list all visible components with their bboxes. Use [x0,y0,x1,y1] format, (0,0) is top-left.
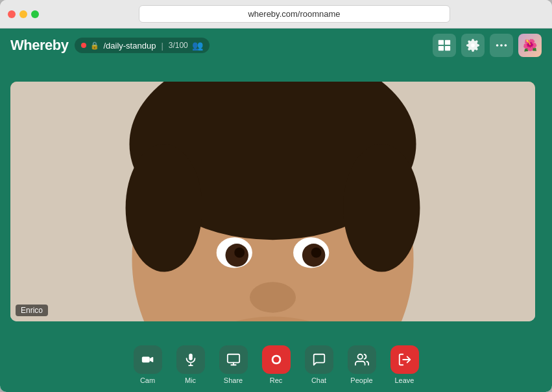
layout-icon [437,38,451,52]
rec-icon-bg [262,345,291,374]
mic-button[interactable]: Mic [171,345,210,384]
rec-icon [269,352,283,367]
people-icon [355,352,369,367]
cam-icon [141,352,155,367]
recording-dot [81,43,86,48]
people-icon: 👥 [192,40,203,51]
lock-icon: 🔒 [90,41,99,50]
browser-titlebar: whereby.com/roomname [0,0,552,29]
rec-label: Rec [270,376,283,384]
app-content: Whereby 🔒 /daily-standup | 3/100 👥 [0,29,552,392]
leave-icon-bg [390,345,419,374]
leave-label: Leave [395,376,414,384]
top-bar-right: 🌺 [433,34,542,57]
svg-rect-1 [445,40,450,45]
browser-window: whereby.com/roomname Whereby 🔒 /daily-st… [0,0,552,392]
user-avatar-button[interactable]: 🌺 [518,34,542,57]
mic-icon [184,352,198,367]
gear-icon [466,38,480,52]
chat-icon [312,352,326,367]
participant-label-enrico: Enrico [16,305,48,316]
svg-point-60 [357,354,362,359]
svg-point-6 [505,44,507,47]
cam-button[interactable]: Cam [128,345,167,384]
svg-point-4 [496,44,499,47]
traffic-lights [8,10,39,18]
chat-label: Chat [311,376,326,384]
people-button[interactable]: People [342,345,381,384]
share-label: Share [224,376,243,384]
cam-icon-bg [134,345,162,374]
mic-icon-bg [176,345,205,374]
video-tile-enrico: Enrico [10,82,535,321]
svg-rect-2 [438,46,444,51]
room-divider: | [161,41,163,51]
bottom-toolbar: Cam Mic [0,340,552,392]
svg-point-5 [500,44,503,47]
people-icon-bg [348,345,376,374]
chat-button[interactable]: Chat [300,345,339,384]
more-button[interactable] [490,34,513,57]
cam-label: Cam [140,376,155,384]
top-bar: Whereby 🔒 /daily-standup | 3/100 👥 [0,29,552,62]
share-button[interactable]: Share [214,345,253,384]
share-icon [226,352,241,367]
svg-rect-55 [227,354,239,363]
people-label: People [350,376,372,384]
svg-point-19 [311,248,322,258]
svg-rect-3 [445,46,450,51]
avatar: 🌺 [518,34,542,57]
leave-button[interactable]: Leave [385,345,424,384]
svg-point-12 [126,144,202,271]
rec-button[interactable]: Rec [257,345,296,384]
mic-label: Mic [185,376,196,384]
top-bar-left: Whereby 🔒 /daily-standup | 3/100 👥 [10,37,210,54]
more-icon [494,38,509,52]
svg-rect-52 [189,354,193,360]
face-enrico-svg [10,82,535,321]
leave-icon [398,352,412,367]
settings-button[interactable] [461,34,485,57]
share-icon-bg [219,345,248,374]
chat-icon-bg [305,345,333,374]
maximize-traffic-light[interactable] [31,10,39,18]
layout-button[interactable] [433,34,456,57]
close-traffic-light[interactable] [8,10,16,18]
room-name: /daily-standup [103,41,156,51]
room-badge[interactable]: 🔒 /daily-standup | 3/100 👥 [75,38,209,53]
svg-point-59 [273,356,279,362]
svg-point-20 [250,282,296,312]
svg-rect-51 [141,356,149,362]
svg-rect-0 [438,40,444,45]
url-bar[interactable]: whereby.com/roomname [139,5,450,23]
video-grid: Enrico [0,62,552,340]
minimize-traffic-light[interactable] [19,10,27,18]
room-count: 3/100 [169,41,188,50]
svg-point-18 [234,248,245,258]
svg-point-13 [343,144,420,271]
whereby-logo: Whereby [10,37,68,54]
